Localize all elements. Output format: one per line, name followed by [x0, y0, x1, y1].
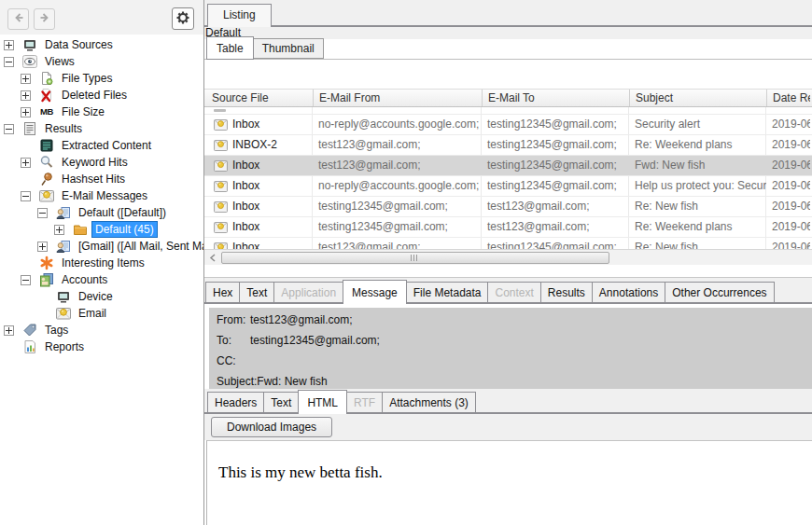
source-file-name: Inbox: [232, 197, 259, 216]
sidebar-item-file-size[interactable]: MBFile Size: [0, 104, 203, 120]
collapse-toggle-icon[interactable]: [4, 124, 14, 134]
cell-email-to: testing12345@gmail.com;: [482, 115, 629, 134]
sidebar-item-hashset-hits[interactable]: Hashset Hits: [0, 171, 203, 187]
cell-email-from: testing12345@gmail.com;: [313, 217, 482, 237]
cell-source-file: Inbox: [206, 115, 313, 134]
cell-date-received: 2019-06-: [766, 217, 810, 237]
sidebar-item-extracted-content[interactable]: Extracted Content: [0, 137, 203, 154]
cell-email-from: test123@gmail.com;: [313, 238, 482, 249]
sidebar-item-views[interactable]: Views: [0, 53, 203, 70]
table-row[interactable]: Inboxtesting12345@gmail.com;test123@gmai…: [204, 197, 812, 217]
cell-source-file: Inbox: [206, 156, 313, 175]
cell-date-received: 2019-06-: [766, 176, 810, 196]
expand-toggle-icon[interactable]: [21, 158, 31, 168]
content-viewer-tabstrip: HexTextApplicationMessageFile MetadataCo…: [204, 277, 812, 304]
sidebar-item-reports[interactable]: Reports: [0, 338, 203, 355]
forward-button[interactable]: [34, 8, 55, 30]
cell-date-received: 2019-06-: [766, 115, 810, 134]
table-row[interactable]: Inboxtest123@gmail.com;testing12345@gmai…: [204, 156, 812, 176]
sidebar-item-label: Extracted Content: [59, 138, 154, 153]
expand-toggle-icon[interactable]: [21, 74, 31, 84]
scroll-left-icon[interactable]: [207, 253, 218, 263]
forward-arrow-icon: [37, 10, 52, 28]
tab-text[interactable]: Text: [239, 282, 274, 302]
message-icon: [214, 160, 228, 172]
download-images-button[interactable]: Download Images: [211, 417, 332, 437]
table-row[interactable]: INBOX-2test123@gmail.com;testing12345@gm…: [204, 135, 812, 156]
tab-attachments-3[interactable]: Attachments (3): [382, 392, 476, 412]
tab-rtf: RTF: [346, 392, 383, 412]
message-icon: [214, 140, 228, 151]
collapse-toggle-icon[interactable]: [21, 275, 31, 285]
column-header-e-mail-to[interactable]: E-Mail To: [482, 90, 629, 106]
expand-toggle-icon[interactable]: [54, 225, 64, 235]
sidebar-item-file-types[interactable]: File Types: [0, 70, 203, 87]
sidebar-item-deleted-files[interactable]: Deleted Files: [0, 87, 203, 104]
tab-listing[interactable]: Listing: [207, 4, 272, 27]
tab-file-metadata[interactable]: File Metadata: [406, 282, 489, 302]
sidebar-item-default-45[interactable]: Default (45): [0, 221, 203, 238]
field-value: Fwd: New fish: [257, 375, 327, 388]
table-row[interactable]: Inboxno-reply@accounts.google.com;testin…: [204, 115, 812, 135]
sidebar-item-gmail-all-mail-sent-mail[interactable]: [Gmail] ([All Mail, Sent Mail]): [0, 238, 203, 255]
message-icon: [214, 119, 228, 131]
cell-subject: Re: New fish: [629, 238, 766, 249]
message-icon: [214, 201, 228, 213]
expand-toggle-icon[interactable]: [4, 40, 14, 50]
tab-hex[interactable]: Hex: [205, 282, 240, 302]
column-header-e-mail-from[interactable]: E-Mail From: [313, 90, 482, 106]
scrollbar-thumb[interactable]: [221, 252, 609, 264]
expand-toggle-icon[interactable]: [37, 242, 48, 252]
table-row[interactable]: Inboxtest123@gmail.com;testing12345@gmai…: [204, 238, 812, 249]
expand-toggle-icon[interactable]: [4, 325, 14, 336]
tab-thumbnail[interactable]: Thumbnail: [253, 38, 324, 59]
tab-results[interactable]: Results: [540, 282, 593, 302]
sidebar-item-interesting-items[interactable]: Interesting Items: [0, 255, 203, 271]
collapse-toggle-icon[interactable]: [21, 191, 31, 201]
tab-other-occurrences[interactable]: Other Occurrences: [665, 282, 774, 302]
sidebar-item-keyword-hits[interactable]: Keyword Hits: [0, 154, 203, 171]
sidebar-item-data-sources[interactable]: Data Sources: [0, 36, 203, 53]
cell-date-received: 2019-06-: [766, 156, 810, 175]
sidebar-item-results[interactable]: Results: [0, 120, 203, 137]
tab-headers[interactable]: Headers: [207, 392, 264, 412]
expand-toggle-icon[interactable]: [21, 107, 31, 117]
sidebar-item-accounts[interactable]: Accounts: [0, 271, 203, 288]
tab-table[interactable]: Table: [206, 36, 254, 60]
table-row[interactable]: Inboxno-reply@accounts.google.com;testin…: [204, 176, 812, 197]
horizontal-scrollbar[interactable]: [204, 249, 812, 265]
message-toolbar: Download Images: [204, 414, 812, 440]
directory-tree-panel: Data SourcesViewsFile TypesDeleted Files…: [0, 0, 203, 525]
expand-toggle-icon[interactable]: [21, 90, 31, 101]
sidebar-item-e-mail-messages[interactable]: E-Mail Messages: [0, 187, 203, 204]
sidebar-item-label: Results: [42, 121, 85, 136]
column-header-subject[interactable]: Subject: [629, 90, 766, 106]
cell-date-received: 2019-06-: [766, 197, 810, 216]
tab-text[interactable]: Text: [263, 392, 299, 412]
settings-button[interactable]: [172, 7, 194, 30]
column-header-source-file[interactable]: Source File: [206, 90, 313, 106]
table-row[interactable]: Inboxtesting12345@gmail.com;test123@gmai…: [204, 217, 812, 238]
message-html-body: This is my new betta fish.: [206, 440, 812, 525]
tab-message[interactable]: Message: [343, 280, 407, 304]
tab-html[interactable]: HTML: [298, 390, 347, 414]
sidebar-item-email[interactable]: Email: [0, 305, 203, 322]
accounts-icon: [39, 272, 54, 287]
sidebar-item-tags[interactable]: Tags: [0, 322, 203, 338]
partially-scrolled-row: [204, 107, 812, 115]
collapse-toggle-icon[interactable]: [37, 208, 48, 218]
interesting-items-icon: [39, 256, 54, 270]
back-button[interactable]: [7, 8, 29, 30]
source-file-name: Inbox: [232, 176, 259, 196]
collapse-toggle-icon[interactable]: [4, 57, 14, 67]
sidebar-item-default-default[interactable]: Default ([Default]): [0, 204, 203, 221]
source-file-name: Inbox: [232, 217, 259, 237]
field-value: testing12345@gmail.com;: [250, 334, 380, 347]
tab-annotations[interactable]: Annotations: [592, 282, 665, 302]
sidebar-item-label: Interesting Items: [59, 256, 147, 270]
message-field-from: From:test123@gmail.com;: [217, 312, 812, 333]
sidebar-item-device[interactable]: Device: [0, 288, 203, 305]
tab-context: Context: [487, 282, 540, 302]
column-header-date-rec[interactable]: Date Rec: [766, 90, 810, 106]
cell-subject: Re: New fish: [629, 197, 766, 216]
